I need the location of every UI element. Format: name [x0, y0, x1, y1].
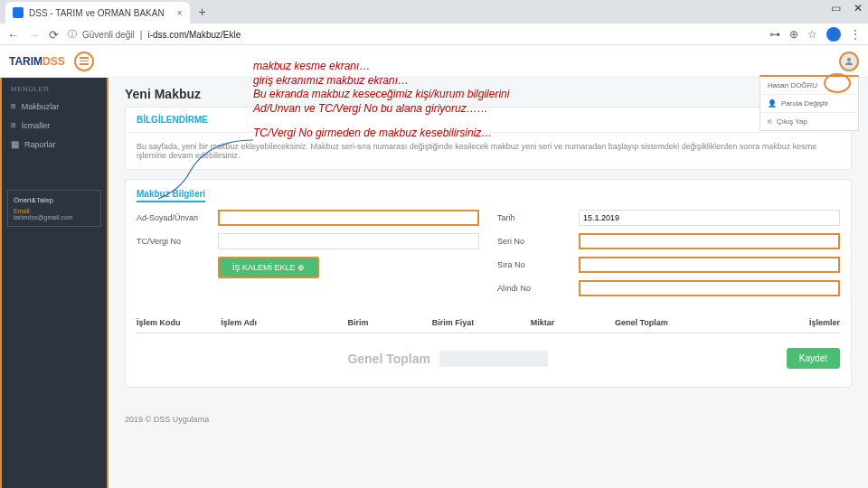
items-table-header: İşlem Kodu İşlem Adı Birim Birim Fiyat M…: [137, 313, 840, 333]
brand-logo: TARIMDSS: [9, 55, 65, 68]
user-name: Hasan DOĞRU: [760, 77, 858, 94]
zoom-icon[interactable]: ⊕: [789, 28, 798, 41]
svg-point-0: [847, 58, 851, 61]
total-label: Genel Toplam: [347, 352, 430, 366]
list-icon: ≡: [11, 101, 16, 111]
chrome-menu-icon[interactable]: ⋮: [850, 28, 861, 41]
sidebar-header: MENÜLER: [2, 78, 107, 97]
window-max-icon[interactable]: ▭: [831, 2, 841, 14]
browser-chrome: DSS - TARIM ve ORMAN BAKAN × + ← → ⟳ ⓘ G…: [0, 0, 868, 45]
tarih-input[interactable]: [579, 210, 840, 226]
hamburger-button[interactable]: [74, 52, 94, 71]
menu-change-password[interactable]: 👤Parola Değiştir: [760, 94, 858, 112]
reload-icon[interactable]: ⟳: [49, 28, 59, 42]
tc-vergi-input[interactable]: [218, 233, 479, 249]
menu-logout[interactable]: ⎋Çıkış Yap: [760, 112, 858, 130]
browser-tab[interactable]: DSS - TARIM ve ORMAN BAKAN ×: [5, 2, 190, 23]
tab-title: DSS - TARIM ve ORMAN BAKAN: [29, 8, 165, 18]
new-tab-button[interactable]: +: [193, 5, 212, 19]
user-icon: 👤: [768, 99, 777, 108]
favicon-icon: [13, 7, 24, 18]
star-icon[interactable]: ☆: [807, 28, 817, 41]
footer: 2019 © DSS Uygulama: [108, 406, 868, 433]
list-icon: ≡: [11, 120, 16, 130]
ad-soyad-input[interactable]: [218, 210, 479, 226]
total-value: [439, 351, 548, 367]
annotation-arrow: [154, 136, 262, 208]
user-avatar[interactable]: [839, 52, 859, 71]
back-icon[interactable]: ←: [7, 28, 19, 42]
profile-avatar[interactable]: B: [826, 27, 841, 42]
seri-no-input[interactable]: [579, 233, 840, 249]
suggestion-box: Öneri&Talep Email: tarimdss@gmail.com: [7, 190, 101, 227]
tab-close-icon[interactable]: ×: [175, 8, 184, 18]
annotation-text: makbuz kesme ekranı… giriş ekranımız mak…: [253, 60, 509, 141]
sidebar-item-makbuzlar[interactable]: ≡Makbuzlar: [2, 97, 107, 116]
sidebar-item-raporlar[interactable]: ▦Raporlar: [2, 135, 107, 154]
address-bar[interactable]: ⓘ Güvenli değil | i-dss.com/Makbuz/Ekle: [68, 28, 760, 41]
save-button[interactable]: Kaydet: [787, 348, 840, 369]
key-icon[interactable]: ⊶: [769, 28, 780, 41]
sidebar: MENÜLER ≡Makbuzlar ≡İcmaller ▦Raporlar Ö…: [0, 78, 108, 488]
add-item-button[interactable]: İŞ KALEMİ EKLE ⊕: [218, 257, 319, 278]
insecure-icon: ⓘ: [68, 28, 77, 41]
user-menu: Hasan DOĞRU 👤Parola Değiştir ⎋Çıkış Yap: [760, 75, 859, 131]
suggestion-email[interactable]: tarimdss@gmail.com: [14, 214, 95, 221]
sidebar-item-icmaller[interactable]: ≡İcmaller: [2, 116, 107, 135]
logout-icon: ⎋: [768, 117, 772, 126]
forward-icon[interactable]: →: [28, 28, 40, 42]
grid-icon: ▦: [11, 139, 19, 149]
window-close-icon[interactable]: ✕: [854, 2, 863, 14]
sira-no-input[interactable]: [579, 257, 840, 273]
alindi-no-input[interactable]: [579, 280, 840, 296]
